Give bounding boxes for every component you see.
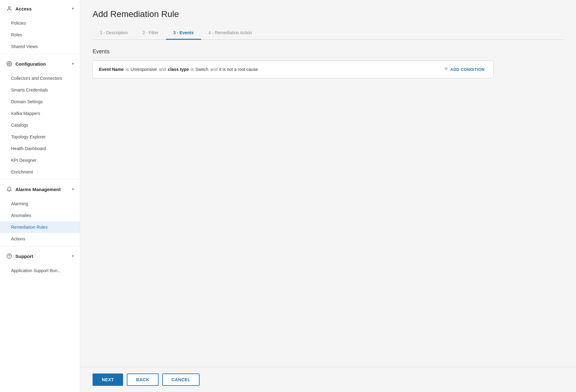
page-title: Add Remediation Rule (93, 9, 564, 19)
condition-box: Event Name is Unresponsive and class typ… (93, 60, 494, 78)
next-button[interactable]: NEXT (93, 374, 123, 386)
main-content: Add Remediation Rule 1 - Description 2 -… (80, 0, 576, 392)
sidebar-section-support[interactable]: Support ▾ (0, 247, 80, 265)
field2-op: is (191, 67, 194, 72)
connector1: and (159, 67, 166, 72)
sidebar-item-enrichment[interactable]: Enrichment (0, 166, 80, 178)
field1-label: Event Name (99, 67, 124, 72)
sidebar-item-kpi-designer[interactable]: KPI Designer (0, 154, 80, 166)
sidebar-item-remediation-rules[interactable]: Remediation Rules (0, 221, 80, 233)
chevron-down-icon: ▾ (72, 6, 74, 11)
sidebar-section-alarms-label: Alarms Management (15, 187, 61, 192)
sidebar-section-access[interactable]: Access ▾ (0, 0, 80, 17)
footer: NEXT BACK CANCEL (80, 367, 576, 392)
sidebar-item-roles[interactable]: Roles (0, 29, 80, 41)
field2-label: class type (168, 67, 189, 72)
sidebar-section-access-label: Access (15, 6, 32, 11)
sidebar-item-catalogs[interactable]: Catalogs (0, 119, 80, 131)
sidebar-item-health-dashboard[interactable]: Health Dashboard (0, 143, 80, 154)
content-area: Add Remediation Rule 1 - Description 2 -… (80, 0, 576, 367)
tab-description[interactable]: 1 - Description (93, 27, 135, 40)
chevron-down-icon-2: ▾ (72, 62, 74, 66)
person-icon (6, 6, 12, 12)
bell-icon (6, 186, 12, 192)
divider-2 (0, 179, 80, 179)
help-icon (6, 253, 12, 259)
gear-icon (6, 61, 12, 67)
chevron-down-icon-4: ▾ (72, 254, 74, 258)
tabs: 1 - Description 2 - Filter 3 - Events 4 … (93, 27, 564, 40)
svg-point-0 (8, 6, 10, 8)
back-button[interactable]: BACK (127, 374, 158, 386)
svg-point-1 (9, 63, 10, 65)
sidebar-section-configuration[interactable]: Configuration ▾ (0, 55, 80, 72)
sidebar-item-smarts-credentials[interactable]: Smarts Credentials (0, 84, 80, 96)
chevron-down-icon-3: ▾ (72, 187, 74, 191)
sidebar-item-alarming[interactable]: Alarming (0, 198, 80, 210)
sidebar-item-shared-views[interactable]: Shared Views (0, 41, 80, 52)
divider-3 (0, 246, 80, 246)
cancel-button[interactable]: CANCEL (162, 374, 200, 386)
sidebar: Access ▾ Policies Roles Shared Views Con… (0, 0, 80, 392)
sidebar-section-configuration-label: Configuration (15, 61, 46, 67)
field1-value: Unresponsive (131, 67, 157, 72)
sidebar-item-domain-settings[interactable]: Domain Settings (0, 96, 80, 108)
filter-icon (444, 67, 449, 72)
tab-filter[interactable]: 2 - Filter (135, 27, 166, 40)
connector2: and (210, 67, 217, 72)
sidebar-item-collectors-connectors[interactable]: Collectors and Connectors (0, 72, 80, 84)
sidebar-item-actions[interactable]: Actions (0, 233, 80, 245)
tab-events[interactable]: 3 - Events (166, 27, 201, 40)
sidebar-item-policies[interactable]: Policies (0, 17, 80, 29)
field1-op: is (126, 67, 129, 72)
sidebar-item-app-support-bundle[interactable]: Application Support Bun... (0, 265, 80, 276)
tab-remediation-action[interactable]: 4 - Remediation Action (201, 27, 259, 40)
events-section-title: Events (93, 48, 564, 55)
sidebar-item-kafka-mappers[interactable]: Kafka Mappers (0, 108, 80, 119)
add-condition-button[interactable]: ADD CONDITION (441, 66, 487, 73)
sidebar-section-alarms[interactable]: Alarms Management ▾ (0, 181, 80, 198)
divider-1 (0, 54, 80, 54)
field2-value: Switch (196, 67, 208, 72)
sidebar-section-support-label: Support (15, 254, 33, 259)
sidebar-item-anomalies[interactable]: Anomalies (0, 210, 80, 221)
field3-text: it is not a root cause (219, 67, 258, 72)
sidebar-item-topology-explorer[interactable]: Topology Explorer (0, 131, 80, 143)
